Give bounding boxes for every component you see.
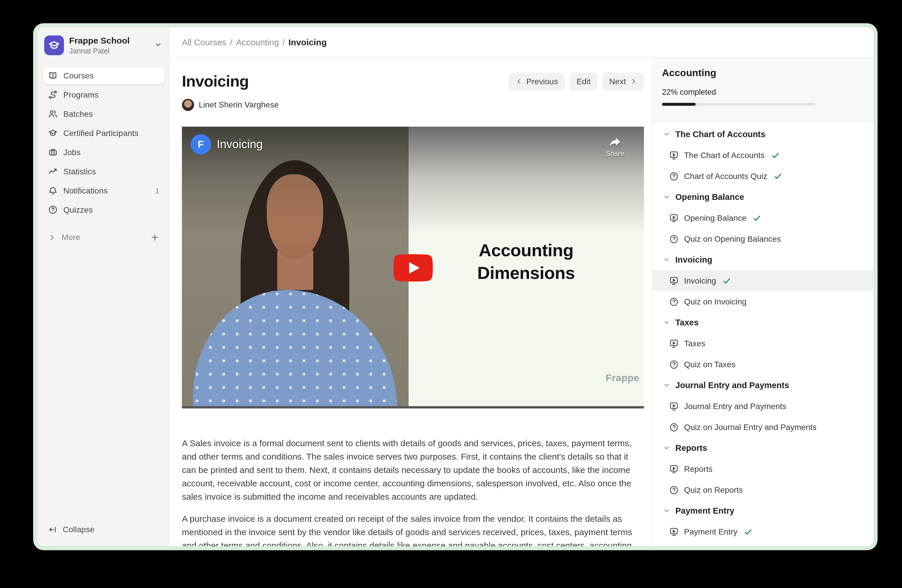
outline-item-the-chart-of-accounts[interactable]: The Chart of Accounts <box>653 145 874 166</box>
chevron-down-icon <box>154 41 162 49</box>
course-outline: The Chart of Accounts The Chart of Accou… <box>653 122 874 546</box>
chevron-down-icon <box>663 444 670 452</box>
outline-section-reports[interactable]: Reports <box>653 438 874 458</box>
users-icon <box>48 109 58 119</box>
outline-section: Taxes Taxes Quiz on Taxes <box>653 312 874 375</box>
video-title-row: F Invoicing <box>191 134 263 155</box>
video-lesson-icon <box>669 401 679 411</box>
next-button[interactable]: Next <box>602 72 644 90</box>
outline-section: Opening Balance Opening Balance Quiz on … <box>653 186 874 249</box>
school-selector[interactable]: Frappe School Jannat Patel <box>43 34 164 55</box>
sidebar-item-certified-participants[interactable]: Certified Participants <box>43 124 164 142</box>
share-button[interactable]: Share <box>606 135 624 158</box>
lesson-nav-buttons: Previous Edit Next <box>508 72 644 90</box>
paragraph: A purchase invoice is a document created… <box>182 512 636 546</box>
video-slide-frame: Accounting Dimensions Frappe <box>408 127 644 408</box>
sidebar-item-jobs[interactable]: Jobs <box>43 144 164 161</box>
breadcrumb-all-courses[interactable]: All Courses <box>182 37 226 47</box>
sidebar-item-notifications[interactable]: Notifications 1 <box>43 182 164 199</box>
video-lesson-icon <box>669 150 679 160</box>
frappe-school-app: Frappe School Jannat Patel Courses Progr… <box>37 27 874 546</box>
page-title: Invoicing <box>182 72 249 90</box>
collapse-icon <box>48 525 57 534</box>
outline-item-quiz-on-reports[interactable]: Quiz on Reports <box>653 479 874 500</box>
channel-avatar[interactable]: F <box>191 134 211 155</box>
sidebar-more-label: More <box>62 232 80 242</box>
chevron-right-icon <box>48 233 56 241</box>
check-icon <box>774 172 782 180</box>
sidebar-item-quizzes[interactable]: Quizzes <box>43 201 164 219</box>
school-meta: Frappe School Jannat Patel <box>69 36 130 55</box>
sidebar-item-programs[interactable]: Programs <box>43 86 164 103</box>
sidebar-item-statistics[interactable]: Statistics <box>43 163 164 180</box>
outline-section: Payment Entry Payment Entry <box>653 500 874 542</box>
outline-item-quiz-on-opening-balances[interactable]: Quiz on Opening Balances <box>653 228 874 249</box>
author-row: Linet Sherin Varghese <box>182 98 644 111</box>
outline-section-journal-entry-and-payments[interactable]: Journal Entry and Payments <box>653 375 874 396</box>
outline-item-chart-of-accounts-quiz[interactable]: Chart of Accounts Quiz <box>653 166 874 186</box>
breadcrumb-separator: / <box>282 37 285 47</box>
sidebar-item-courses[interactable]: Courses <box>43 67 164 84</box>
outline-section-the-chart-of-accounts[interactable]: The Chart of Accounts <box>653 124 874 145</box>
outline-item-quiz-on-journal-entry-and-payments[interactable]: Quiz on Journal Entry and Payments <box>653 417 874 438</box>
outline-item-opening-balance[interactable]: Opening Balance <box>653 207 874 228</box>
trend-up-icon <box>48 167 58 176</box>
outline-section: The Chart of Accounts The Chart of Accou… <box>653 124 874 186</box>
course-outline-panel: Accounting 22% completed The Chart of Ac… <box>652 58 874 546</box>
video-lesson-icon <box>669 527 679 536</box>
chevron-down-icon <box>663 256 670 263</box>
outline-item-reports[interactable]: Reports <box>653 458 874 479</box>
frappe-watermark: Frappe <box>606 372 639 384</box>
outline-item-taxes[interactable]: Taxes <box>653 333 874 354</box>
video-title[interactable]: Invoicing <box>217 138 263 151</box>
author-name: Linet Sherin Varghese <box>199 100 279 109</box>
lesson-area: Invoicing Previous Edit Nex <box>170 58 652 546</box>
edit-button[interactable]: Edit <box>570 72 597 90</box>
flow-icon <box>48 90 58 99</box>
lesson-header: Invoicing Previous Edit Nex <box>182 70 644 92</box>
sidebar-item-batches[interactable]: Batches <box>43 105 164 123</box>
chevron-down-icon <box>663 194 670 200</box>
chevron-down-icon <box>663 382 670 389</box>
quiz-icon <box>669 234 679 244</box>
outline-item-quiz-on-invoicing[interactable]: Quiz on Invoicing <box>653 291 874 312</box>
sidebar-item-more[interactable]: More <box>43 228 164 246</box>
breadcrumb-accounting[interactable]: Accounting <box>236 37 279 47</box>
outline-section-opening-balance[interactable]: Opening Balance <box>653 186 874 207</box>
play-button[interactable] <box>393 253 433 281</box>
outline-item-payment-entry[interactable]: Payment Entry <box>653 521 874 542</box>
graduation-cap-icon <box>48 128 58 138</box>
outline-section-payment-entry[interactable]: Payment Entry <box>653 500 874 521</box>
slide-title: Accounting Dimensions <box>408 127 644 403</box>
paragraph: A Sales invoice is a formal document sen… <box>182 436 636 503</box>
previous-button[interactable]: Previous <box>508 72 565 90</box>
desktop-background: Frappe School Jannat Patel Courses Progr… <box>0 0 902 588</box>
notification-count-badge: 1 <box>155 186 159 195</box>
plus-icon[interactable] <box>150 233 159 241</box>
quiz-icon <box>669 360 679 369</box>
breadcrumb-current: Invoicing <box>288 37 327 47</box>
progress-bar <box>662 103 816 106</box>
video-progress-bar[interactable] <box>182 406 644 408</box>
outline-section: Invoicing Invoicing Quiz on Invoicing <box>653 249 874 312</box>
share-label: Share <box>606 149 624 158</box>
outline-item-journal-entry-and-payments[interactable]: Journal Entry and Payments <box>653 396 874 417</box>
book-open-icon <box>48 71 58 80</box>
chevron-right-icon <box>630 78 637 85</box>
school-name: Frappe School <box>69 36 130 46</box>
help-circle-icon <box>48 205 58 214</box>
outline-section-taxes[interactable]: Taxes <box>653 312 874 333</box>
chevron-down-icon <box>663 507 670 514</box>
video-lesson-icon <box>669 213 679 223</box>
video-lesson-icon <box>669 464 679 474</box>
share-icon <box>608 135 622 149</box>
sidebar: Frappe School Jannat Patel Courses Progr… <box>37 27 170 546</box>
outline-item-invoicing[interactable]: Invoicing <box>653 270 874 291</box>
outline-item-quiz-on-taxes[interactable]: Quiz on Taxes <box>653 354 874 375</box>
video-lesson-icon <box>669 338 679 348</box>
frappe-school-logo <box>44 36 64 55</box>
progress-fill <box>662 103 696 106</box>
collapse-sidebar-button[interactable]: Collapse <box>43 521 164 538</box>
video-player[interactable]: Accounting Dimensions Frappe F Invoicing <box>182 127 644 408</box>
outline-section-invoicing[interactable]: Invoicing <box>653 249 874 270</box>
